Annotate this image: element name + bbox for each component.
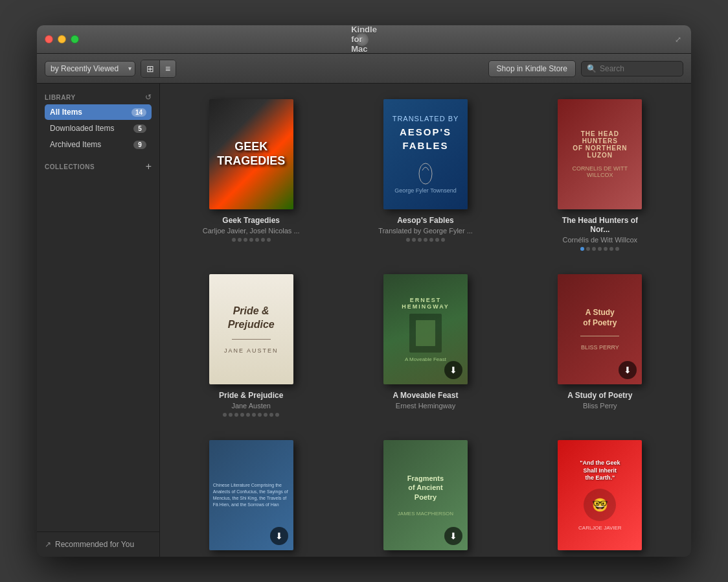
dot	[255, 238, 259, 242]
dot	[435, 238, 439, 242]
book-item-aesops-fables[interactable]: TRANSLATED BY AESOP'S FABLES George Fy	[345, 94, 506, 256]
dot	[223, 413, 227, 417]
book-dots	[223, 413, 279, 417]
dot-active	[580, 247, 584, 251]
dot	[429, 238, 433, 242]
downloaded-count: 5	[133, 124, 146, 133]
book-author: Ernest Hemingway	[396, 402, 455, 410]
downloaded-label: Downloaded Items	[50, 124, 133, 133]
view-toggle: ⊞ ≡	[141, 60, 176, 78]
refresh-button[interactable]: ↺	[145, 93, 152, 102]
book-cover-geek-tragedies: GEEKTRAGEDIES	[209, 99, 293, 209]
book-cover-moveable-feast: ERNESTHEMINGWAY A Moveable Feast ⬇	[383, 274, 468, 384]
books-content: GEEKTRAGEDIES Geek Tragedies Carljoe Jav…	[160, 84, 691, 557]
dot	[418, 238, 422, 242]
library-header: LIBRARY ↺	[45, 93, 152, 102]
expand-button[interactable]: ⤢	[673, 34, 683, 45]
sort-dropdown[interactable]: by Recently Viewed	[45, 61, 135, 76]
sidebar-item-archived[interactable]: Archived Items 9	[45, 137, 152, 152]
minimize-button[interactable]	[58, 35, 66, 43]
collections-header: COLLECTIONS +	[37, 156, 159, 175]
book-item-fragments[interactable]: Fragmentsof AncientPoetry JAMES MACPHERS…	[345, 435, 506, 557]
dot	[441, 238, 445, 242]
recommended-button[interactable]: ↗ Recommended for You	[45, 537, 152, 552]
dot	[586, 247, 590, 251]
add-collection-button[interactable]: +	[146, 161, 152, 172]
book-cover-aesops-fables: TRANSLATED BY AESOP'S FABLES George Fy	[383, 99, 468, 209]
book-item-study-poetry[interactable]: A Studyof Poetry BLISS PERRY ⬇ A Study o…	[519, 269, 681, 422]
book-author: Jane Austen	[231, 402, 271, 410]
book-cover-chinese-literature: Chinese Literature Comprising the Analec…	[209, 440, 293, 550]
sort-dropdown-wrap[interactable]: by Recently Viewed	[45, 61, 135, 76]
recommended-icon: ↗	[45, 540, 51, 549]
dot	[264, 413, 267, 417]
book-title: A Moveable Feast	[393, 391, 459, 400]
book-author: Bliss Perry	[583, 402, 617, 410]
dot	[598, 247, 602, 251]
book-item-pride-prejudice[interactable]: Pride &Prejudice JANE AUSTEN Pride & Pre…	[170, 269, 332, 422]
download-icon: ⬇	[444, 361, 462, 379]
grid-view-button[interactable]: ⊞	[141, 60, 160, 77]
archived-count: 9	[133, 141, 146, 149]
library-label: LIBRARY	[45, 94, 76, 101]
book-cover-study-poetry: A Studyof Poetry BLISS PERRY ⬇	[558, 274, 642, 384]
book-cover-head-hunters: THE HEAD HUNTERSOF NORTHERN LUZON CORNEL…	[558, 99, 642, 209]
dot	[424, 238, 427, 242]
book-author: Carljoe Javier, Josel Nicolas ...	[203, 227, 300, 235]
dot	[592, 247, 596, 251]
dot	[229, 413, 233, 417]
book-author: Translated by George Fyler ...	[378, 227, 473, 235]
dot	[258, 413, 262, 417]
sidebar-bottom: ↗ Recommended for You	[37, 531, 159, 557]
dot	[249, 238, 253, 242]
book-author: Cornélis de Witt Willcox	[563, 236, 638, 244]
dot	[269, 413, 273, 417]
svg-point-0	[419, 163, 432, 184]
archived-label: Archived Items	[50, 140, 133, 149]
search-box: 🔍	[581, 61, 683, 76]
sidebar-item-all-items[interactable]: All Items 14	[45, 104, 152, 120]
book-cover-and-geek: "And the GeekShall Inheritthe Earth." 🤓 …	[558, 440, 642, 550]
recommended-label: Recommended for You	[55, 540, 134, 549]
shop-button[interactable]: Shop in Kindle Store	[488, 60, 576, 77]
main-window: Kindle for Mac ⤢ by Recently Viewed ⊞ ≡ …	[37, 25, 691, 557]
dot	[238, 238, 242, 242]
toolbar: by Recently Viewed ⊞ ≡ Shop in Kindle St…	[37, 54, 691, 84]
books-grid: GEEKTRAGEDIES Geek Tragedies Carljoe Jav…	[170, 94, 681, 557]
all-items-count: 14	[131, 108, 146, 117]
book-item-head-hunters[interactable]: THE HEAD HUNTERSOF NORTHERN LUZON CORNEL…	[519, 94, 681, 256]
dot	[246, 413, 250, 417]
dot	[261, 238, 265, 242]
dot	[267, 238, 271, 242]
all-items-label: All Items	[50, 108, 131, 117]
download-icon: ⬇	[270, 527, 288, 545]
dot	[240, 413, 244, 417]
window-controls	[45, 35, 79, 43]
book-title: The Head Hunters of Nor...	[551, 216, 648, 234]
dot	[275, 413, 279, 417]
dot	[406, 238, 410, 242]
main-area: LIBRARY ↺ All Items 14 Downloaded Items …	[37, 84, 691, 557]
dot	[609, 247, 613, 251]
window-title: Kindle for Mac	[351, 25, 377, 54]
book-item-geek-tragedies[interactable]: GEEKTRAGEDIES Geek Tragedies Carljoe Jav…	[170, 94, 332, 256]
book-item-and-geek[interactable]: "And the GeekShall Inheritthe Earth." 🤓 …	[519, 435, 681, 557]
book-title: Geek Tragedies	[222, 216, 280, 225]
dot	[615, 247, 619, 251]
collections-label: COLLECTIONS	[45, 163, 95, 170]
library-section: LIBRARY ↺ All Items 14 Downloaded Items …	[37, 89, 159, 156]
dot	[252, 413, 256, 417]
search-input[interactable]	[600, 64, 677, 73]
book-cover-fragments: Fragmentsof AncientPoetry JAMES MACPHERS…	[383, 440, 468, 550]
book-item-moveable-feast[interactable]: ERNESTHEMINGWAY A Moveable Feast ⬇ A Mov…	[345, 269, 506, 422]
book-item-chinese-literature[interactable]: Chinese Literature Comprising the Analec…	[170, 435, 332, 557]
download-icon: ⬇	[444, 527, 462, 545]
sidebar-item-downloaded[interactable]: Downloaded Items 5	[45, 121, 152, 136]
close-button[interactable]	[45, 35, 53, 43]
list-view-button[interactable]: ≡	[160, 60, 176, 77]
book-title: Pride & Prejudice	[219, 391, 283, 400]
book-cover-pride-prejudice: Pride &Prejudice JANE AUSTEN	[209, 274, 293, 384]
maximize-button[interactable]	[71, 35, 79, 43]
dot	[244, 238, 247, 242]
book-dots	[232, 238, 271, 242]
